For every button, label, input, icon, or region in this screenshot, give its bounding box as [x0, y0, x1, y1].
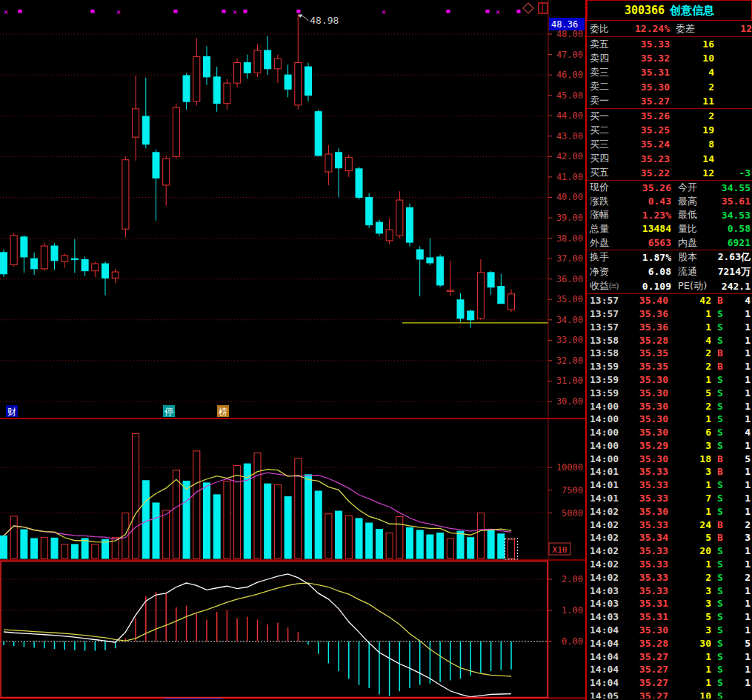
tick-row[interactable]: 14:0335.315S1	[587, 610, 752, 624]
candle-body	[213, 77, 220, 104]
bid-label: 买四	[590, 152, 621, 165]
tick-flag: S	[711, 506, 729, 517]
tick-price: 35.27	[621, 664, 668, 675]
kline-volume-macd-chart[interactable]: ××××××××××××××48.98财停榜48.0047.0046.0045.…	[0, 0, 585, 700]
tick-row[interactable]: 13:5735.4042B4	[587, 294, 752, 307]
volume-bar	[193, 451, 200, 559]
tick-flag: B	[711, 532, 729, 543]
bid-row[interactable]: 买二35.2519	[587, 123, 752, 137]
ask-row[interactable]: 卖二35.302	[587, 80, 752, 94]
volume-bar	[71, 544, 78, 559]
tick-time: 14:04	[590, 651, 621, 662]
tick-time: 14:03	[590, 598, 621, 609]
volume-bar	[51, 538, 58, 559]
page-icon[interactable]	[539, 3, 548, 13]
tick-row[interactable]: 14:0435.271S1	[587, 663, 752, 676]
tick-row[interactable]: 14:0235.345B3	[587, 531, 752, 544]
tick-count: 1	[729, 361, 752, 372]
tick-row[interactable]: 14:0135.331S1	[587, 479, 752, 492]
tick-volume: 1	[668, 506, 711, 517]
tick-row[interactable]: 14:0335.333S1	[587, 584, 752, 597]
candle-body	[193, 56, 200, 101]
tick-row[interactable]: 14:0235.332S2	[587, 570, 752, 584]
stat-row-label-2: 今开	[671, 181, 716, 194]
tick-row[interactable]: 14:0035.301S1	[587, 413, 752, 426]
ask-row[interactable]: 卖三35.314	[587, 65, 752, 79]
tick-row[interactable]: 14:0035.3018B5	[587, 452, 752, 465]
tick-row[interactable]: 14:0435.303S1	[587, 624, 752, 637]
tick-count: 1	[729, 624, 752, 636]
candle-body	[477, 273, 484, 319]
tick-count: 1	[729, 387, 752, 399]
tick-flag: B	[711, 519, 729, 530]
tick-row[interactable]: 14:0335.313S1	[587, 597, 752, 610]
fin-row-label-2: 股本	[671, 250, 716, 264]
tick-time: 13:57	[590, 295, 621, 306]
tick-price: 35.33	[621, 466, 668, 477]
tick-row[interactable]: 13:5835.284S1	[587, 333, 752, 347]
candle-body	[153, 153, 159, 178]
bid-volume: 2	[670, 110, 714, 121]
tick-time: 14:02	[590, 519, 621, 530]
tick-volume: 42	[668, 295, 711, 306]
chart-region[interactable]: ××××××××××××××48.98财停榜48.0047.0046.0045.…	[0, 0, 585, 700]
tick-time: 14:01	[590, 466, 621, 477]
tick-row[interactable]: 13:5935.352B1	[587, 360, 752, 373]
tick-row[interactable]: 13:5835.352B1	[587, 347, 752, 360]
tick-row[interactable]: 14:0035.293S1	[587, 439, 752, 453]
bid-row[interactable]: 买三35.248	[587, 137, 752, 151]
bid-row[interactable]: 买五35.2212-3	[587, 166, 752, 180]
volume-bar	[407, 527, 413, 559]
tick-row[interactable]: 14:0135.333B1	[587, 465, 752, 479]
tick-row[interactable]: 14:0235.3324B2	[587, 518, 752, 531]
price-axis-label: 36.00	[556, 274, 583, 284]
tick-volume: 1	[668, 677, 711, 688]
tick-volume: 1	[668, 559, 711, 570]
selected-pane-border	[1, 561, 548, 698]
ask-row[interactable]: 卖五35.3316	[587, 37, 752, 51]
tick-volume: 1	[668, 308, 711, 319]
volume-bar	[396, 516, 403, 559]
tick-volume: 20	[668, 545, 711, 556]
tick-count: 1	[729, 598, 752, 609]
tick-row[interactable]: 13:5935.301S1	[587, 373, 752, 387]
tick-volume: 3	[668, 598, 711, 609]
bid-row[interactable]: 买四35.2314	[587, 152, 752, 166]
tick-row[interactable]: 14:0235.331S1	[587, 558, 752, 571]
candle-body	[71, 259, 78, 260]
tick-flag: S	[711, 690, 729, 699]
tick-row[interactable]: 14:0035.302S1	[587, 399, 752, 413]
tick-row[interactable]: 14:0035.306S4	[587, 426, 752, 439]
diamond-icon[interactable]	[523, 3, 533, 13]
tick-row[interactable]: 13:5735.361S1	[587, 307, 752, 321]
tick-volume: 1	[668, 413, 711, 424]
tick-row[interactable]: 14:0235.301S1	[587, 504, 752, 518]
candle-body	[366, 197, 373, 224]
bid-row[interactable]: 买一35.262	[587, 109, 752, 123]
volume-bar	[254, 453, 261, 559]
ask-row[interactable]: 卖四35.3210	[587, 51, 752, 65]
tick-row[interactable]: 14:0435.271S1	[587, 650, 752, 663]
event-marker-icon: ×	[447, 10, 450, 16]
event-marker-icon: ×	[116, 8, 121, 16]
tick-volume: 5	[668, 611, 711, 622]
ask-price: 35.32	[621, 53, 670, 64]
tick-row[interactable]: 14:0435.2830S5	[587, 636, 752, 650]
tick-row[interactable]: 13:5735.361S1	[587, 320, 752, 333]
tick-row[interactable]: 14:0135.337S1	[587, 492, 752, 505]
tick-row[interactable]: 14:0535.2710S	[587, 690, 752, 699]
tick-count: 1	[729, 374, 752, 385]
badge-label: 财	[7, 407, 16, 417]
tick-row[interactable]: 14:0235.3320S1	[587, 544, 752, 558]
tick-row[interactable]: 14:0435.271S1	[587, 676, 752, 690]
tick-flag: S	[711, 585, 729, 596]
candle-body	[407, 207, 413, 242]
tick-row[interactable]: 13:5935.305S1	[587, 386, 752, 399]
tick-time: 14:00	[590, 440, 621, 451]
tick-price: 35.33	[621, 519, 668, 530]
tick-time: 14:00	[590, 401, 621, 412]
tick-flag: S	[711, 401, 729, 412]
tick-time: 14:02	[590, 559, 621, 570]
stat-row-value-1: 35.26	[633, 182, 671, 193]
ask-row[interactable]: 卖一35.2711	[587, 94, 752, 108]
